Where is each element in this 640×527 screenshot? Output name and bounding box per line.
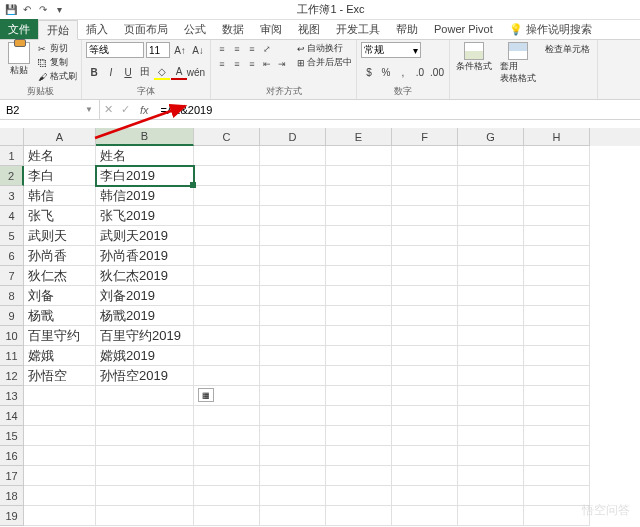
cell-F16[interactable] <box>392 446 458 466</box>
paste-button[interactable]: 粘贴 <box>4 42 34 85</box>
col-header-B[interactable]: B <box>96 128 194 146</box>
cell-C11[interactable] <box>194 346 260 366</box>
cell-A15[interactable] <box>24 426 96 446</box>
number-format-combo[interactable]: 常规▾ <box>361 42 421 58</box>
cell-B7[interactable]: 狄仁杰2019 <box>96 266 194 286</box>
cell-B13[interactable] <box>96 386 194 406</box>
col-header-D[interactable]: D <box>260 128 326 146</box>
align-left-icon[interactable]: ≡ <box>215 57 229 71</box>
cell-D14[interactable] <box>260 406 326 426</box>
cell-C7[interactable] <box>194 266 260 286</box>
row-header[interactable]: 15 <box>0 426 24 446</box>
col-header-H[interactable]: H <box>524 128 590 146</box>
cell-G11[interactable] <box>458 346 524 366</box>
align-top-icon[interactable]: ≡ <box>215 42 229 56</box>
cell-F3[interactable] <box>392 186 458 206</box>
cell-F5[interactable] <box>392 226 458 246</box>
decrease-font-icon[interactable]: A↓ <box>190 42 206 58</box>
cell-G3[interactable] <box>458 186 524 206</box>
cell-E4[interactable] <box>326 206 392 226</box>
cell-F8[interactable] <box>392 286 458 306</box>
autofill-options-icon[interactable]: ▦ <box>198 388 214 402</box>
cell-C2[interactable] <box>194 166 260 186</box>
cell-E13[interactable] <box>326 386 392 406</box>
wrap-text-button[interactable]: ↩自动换行 <box>297 42 352 55</box>
col-header-A[interactable]: A <box>24 128 96 146</box>
cell-D8[interactable] <box>260 286 326 306</box>
cell-C17[interactable] <box>194 466 260 486</box>
cell-C8[interactable] <box>194 286 260 306</box>
cell-B5[interactable]: 武则天2019 <box>96 226 194 246</box>
cell-G10[interactable] <box>458 326 524 346</box>
cell-C12[interactable] <box>194 366 260 386</box>
cell-H15[interactable] <box>524 426 590 446</box>
cell-C9[interactable] <box>194 306 260 326</box>
tab-page-layout[interactable]: 页面布局 <box>116 19 176 39</box>
cell-H8[interactable] <box>524 286 590 306</box>
underline-button[interactable]: U <box>120 64 136 80</box>
cell-E10[interactable] <box>326 326 392 346</box>
cell-D12[interactable] <box>260 366 326 386</box>
italic-button[interactable]: I <box>103 64 119 80</box>
col-header-G[interactable]: G <box>458 128 524 146</box>
cell-A17[interactable] <box>24 466 96 486</box>
row-header[interactable]: 7 <box>0 266 24 286</box>
redo-icon[interactable]: ↷ <box>36 3 50 17</box>
col-header-F[interactable]: F <box>392 128 458 146</box>
font-size-combo[interactable]: 11 <box>146 42 170 58</box>
cell-F18[interactable] <box>392 486 458 506</box>
tab-review[interactable]: 审阅 <box>252 19 290 39</box>
cell-G13[interactable] <box>458 386 524 406</box>
qat-more-icon[interactable]: ▾ <box>52 3 66 17</box>
cell-A14[interactable] <box>24 406 96 426</box>
cell-D4[interactable] <box>260 206 326 226</box>
cell-D13[interactable] <box>260 386 326 406</box>
cell-C5[interactable] <box>194 226 260 246</box>
decrease-decimal-icon[interactable]: .00 <box>429 64 445 80</box>
cell-G5[interactable] <box>458 226 524 246</box>
cell-B10[interactable]: 百里守约2019 <box>96 326 194 346</box>
row-header[interactable]: 12 <box>0 366 24 386</box>
cell-D7[interactable] <box>260 266 326 286</box>
cell-A19[interactable] <box>24 506 96 526</box>
cell-F4[interactable] <box>392 206 458 226</box>
cell-C10[interactable] <box>194 326 260 346</box>
cell-F10[interactable] <box>392 326 458 346</box>
cell-H6[interactable] <box>524 246 590 266</box>
cell-G6[interactable] <box>458 246 524 266</box>
row-header[interactable]: 6 <box>0 246 24 266</box>
formula-bar[interactable]: =A2&2019 <box>155 100 640 119</box>
cell-E12[interactable] <box>326 366 392 386</box>
cell-F2[interactable] <box>392 166 458 186</box>
cell-H1[interactable] <box>524 146 590 166</box>
save-icon[interactable]: 💾 <box>4 3 18 17</box>
cell-C4[interactable] <box>194 206 260 226</box>
cell-F15[interactable] <box>392 426 458 446</box>
cell-E9[interactable] <box>326 306 392 326</box>
enter-icon[interactable]: ✓ <box>117 103 134 116</box>
cell-B3[interactable]: 韩信2019 <box>96 186 194 206</box>
cell-G14[interactable] <box>458 406 524 426</box>
indent-right-icon[interactable]: ⇥ <box>275 57 289 71</box>
fx-icon[interactable]: fx <box>134 104 155 116</box>
cell-C19[interactable] <box>194 506 260 526</box>
cell-B11[interactable]: 嫦娥2019 <box>96 346 194 366</box>
cell-E11[interactable] <box>326 346 392 366</box>
name-box[interactable]: B2▼ <box>0 100 100 119</box>
tab-power-pivot[interactable]: Power Pivot <box>426 19 501 39</box>
cell-H17[interactable] <box>524 466 590 486</box>
format-table-button[interactable]: 套用 表格格式 <box>498 42 538 99</box>
fill-handle[interactable] <box>190 182 196 188</box>
comma-icon[interactable]: , <box>395 64 411 80</box>
cell-B18[interactable] <box>96 486 194 506</box>
cell-F1[interactable] <box>392 146 458 166</box>
cell-D16[interactable] <box>260 446 326 466</box>
cell-A6[interactable]: 孙尚香 <box>24 246 96 266</box>
cell-A11[interactable]: 嫦娥 <box>24 346 96 366</box>
increase-font-icon[interactable]: A↑ <box>172 42 188 58</box>
cell-B12[interactable]: 孙悟空2019 <box>96 366 194 386</box>
copy-button[interactable]: ⿻复制 <box>38 56 77 69</box>
cell-C15[interactable] <box>194 426 260 446</box>
phonetic-button[interactable]: wén <box>188 64 204 80</box>
cell-A12[interactable]: 孙悟空 <box>24 366 96 386</box>
